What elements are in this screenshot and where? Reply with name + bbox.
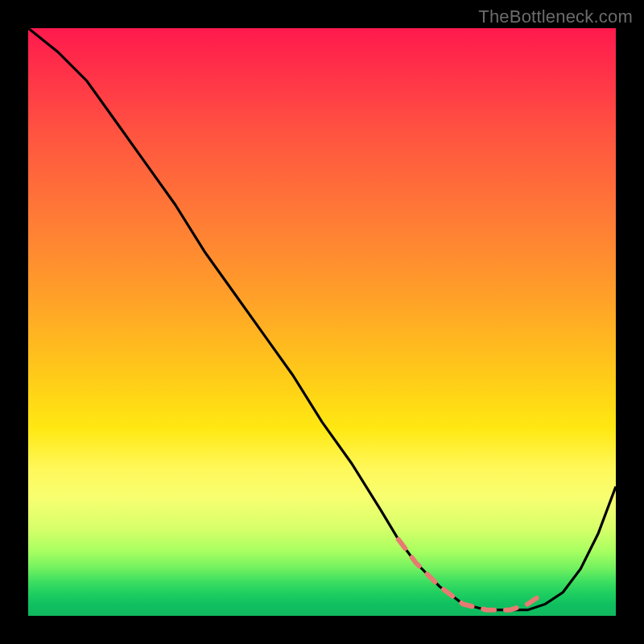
- highlight-dash: [398, 539, 546, 610]
- curve-layer: [28, 28, 616, 616]
- bottleneck-curve: [28, 28, 616, 610]
- watermark-text: TheBottleneck.com: [478, 6, 633, 27]
- chart-stage: TheBottleneck.com: [0, 0, 644, 644]
- plot-area: [28, 28, 616, 616]
